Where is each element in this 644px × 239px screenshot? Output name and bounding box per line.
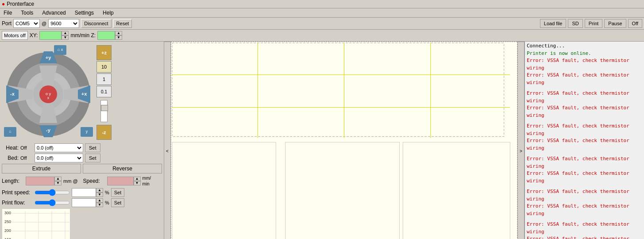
svg-text:+x: +x [81, 91, 87, 96]
sd-button[interactable]: SD [568, 19, 582, 28]
svg-rect-48 [403, 142, 510, 239]
z-step-10[interactable]: 1 [96, 73, 112, 85]
jog-area: 100 10 1 0.1 [2, 43, 162, 141]
z-input[interactable]: 100 [97, 31, 115, 40]
z-spin[interactable]: 100 ▲ ▼ [97, 31, 122, 40]
toolbar-row1: Port COM5 @ 9600 Disconnect Reset Load f… [0, 18, 644, 30]
svg-text:⌂: ⌂ [9, 129, 11, 134]
bed-set-button[interactable]: Set [85, 154, 100, 162]
disconnect-button[interactable]: Disconnect [81, 19, 111, 28]
print-flow-label: Print flow: [2, 200, 33, 206]
print-flow-set[interactable]: Set [111, 198, 125, 207]
console-line [527, 185, 642, 188]
xy-input[interactable]: 3000 [39, 31, 62, 40]
reset-button[interactable]: Reset [113, 19, 132, 28]
length-speed-area: Length: 5,0 ▲ ▼ mm @ Speed: 100,0 ▲ ▼ [2, 175, 162, 207]
z-slider-track [100, 100, 108, 122]
left-panel: 100 10 1 0.1 [0, 42, 164, 239]
xy-spin[interactable]: 3000 ▲ ▼ [39, 31, 69, 40]
svg-text:+y: +y [46, 55, 51, 60]
z-step-100[interactable]: 10 [96, 61, 112, 73]
collapse-left-button[interactable]: < [164, 42, 171, 239]
console-line [527, 119, 642, 123]
print-speed-input[interactable]: 100 [72, 188, 96, 197]
console-line: Error: VSSA fault, check thermistor wiri… [527, 203, 642, 217]
console-line: Error: VSSA fault, check thermistor wiri… [527, 72, 642, 86]
z-slider-thumb[interactable] [101, 105, 108, 111]
print-speed-set[interactable]: Set [111, 188, 125, 197]
svg-text:y: y [86, 129, 88, 134]
menu-advanced[interactable]: Advanced [40, 9, 67, 16]
pause-button[interactable]: Pause [604, 19, 626, 28]
heat-set-button[interactable]: Set [85, 143, 100, 152]
svg-text:150: 150 [4, 237, 11, 239]
reverse-button[interactable]: Reverse [83, 164, 162, 173]
heat-row: Heat: Off 0.0 (off) Set [2, 143, 162, 152]
temp-chart-svg: 300 250 200 150 100 50 0 [2, 208, 70, 239]
print-speed-spin-up[interactable]: ▲ [96, 188, 103, 193]
menu-help[interactable]: Help [101, 9, 116, 16]
print-speed-label: Print speed: [2, 189, 33, 196]
print-speed-slider[interactable] [35, 189, 70, 196]
print-flow-row: Print flow: 100 ▲ ▼ % Set [2, 198, 162, 207]
heat-controls: Heat: Off 0.0 (off) Set Bed: Off 0.0 (of… [2, 143, 162, 162]
speed-spin-down[interactable]: ▼ [134, 181, 141, 185]
app-title: Pronterface [7, 1, 34, 7]
console-line: Error: VSSA fault, check thermistor wiri… [527, 57, 642, 72]
speed-spin-up[interactable]: ▲ [134, 177, 141, 181]
console-line: Printer is now online. [527, 50, 642, 58]
length-input[interactable]: 5,0 [26, 177, 54, 185]
off-button[interactable]: Off [628, 19, 642, 28]
bed-status: Off [20, 155, 33, 161]
svg-text:200: 200 [4, 228, 11, 233]
z-minus-button[interactable]: -z [96, 125, 112, 140]
bed-label: Bed: [2, 155, 19, 161]
z-step-1[interactable]: 0.1 [96, 86, 112, 97]
right-panel: Connecting...Printer is now online.Error… [524, 42, 644, 239]
menu-settings[interactable]: Settings [73, 9, 96, 16]
port-select[interactable]: COM5 [13, 19, 40, 28]
xy-spin-down[interactable]: ▼ [62, 35, 69, 40]
bed-select[interactable]: 0.0 (off) [35, 154, 83, 162]
main-layout: 100 10 1 0.1 [0, 42, 644, 239]
console-line: Error: VSSA fault, check thermistor wiri… [527, 123, 642, 137]
extrude-row: Extrude Reverse [2, 164, 162, 173]
app-icon: ● [2, 1, 5, 7]
z-spin-up[interactable]: ▲ [115, 31, 122, 35]
load-file-button[interactable]: Load file [540, 19, 567, 28]
speed-input[interactable]: 100,0 [107, 177, 134, 185]
console-line: Error: VSSA fault, check thermistor wiri… [527, 170, 642, 185]
print-button[interactable]: Print [585, 19, 603, 28]
menu-file[interactable]: File [2, 9, 14, 16]
heat-label: Heat: [2, 145, 19, 151]
svg-text:-x: -x [10, 91, 15, 96]
jog-pad: 100 10 1 0.1 [2, 43, 95, 141]
bed-view [171, 42, 517, 239]
console-line: Error: VSSA fault, check thermistor wiri… [527, 137, 642, 152]
print-flow-slider[interactable] [35, 200, 70, 206]
length-spin-up[interactable]: ▲ [54, 177, 62, 181]
baud-select[interactable]: 9600 [48, 19, 79, 28]
length-spin-down[interactable]: ▼ [54, 181, 62, 185]
print-flow-spin-up[interactable]: ▲ [96, 198, 103, 203]
z-plus-button[interactable]: +z [96, 45, 112, 60]
mm-min-unit: mm/ min [143, 175, 151, 187]
collapse-right-button[interactable]: > [517, 42, 524, 239]
svg-rect-47 [285, 142, 400, 239]
motors-off-button[interactable]: Motors off [2, 31, 28, 40]
menu-tools[interactable]: Tools [19, 9, 35, 16]
xy-label: XY: [30, 32, 38, 39]
bed-row: Bed: Off 0.0 (off) Set [2, 154, 162, 162]
jog-svg: 100 10 1 0.1 [2, 43, 95, 139]
extrude-button[interactable]: Extrude [2, 164, 81, 173]
print-speed-spin-down[interactable]: ▼ [96, 193, 103, 197]
mm-min-label: mm/min Z: [70, 32, 96, 39]
console-line: Error: VSSA fault, check thermistor wiri… [527, 155, 642, 170]
xy-spin-up[interactable]: ▲ [62, 31, 69, 35]
z-spin-down[interactable]: ▼ [115, 35, 122, 40]
console-line: Error: VSSA fault, check thermistor wiri… [527, 188, 642, 203]
print-flow-spin-down[interactable]: ▼ [96, 203, 103, 207]
print-flow-input[interactable]: 100 [72, 198, 96, 207]
heat-select[interactable]: 0.0 (off) [35, 143, 83, 152]
console-line: Connecting... [527, 42, 642, 50]
